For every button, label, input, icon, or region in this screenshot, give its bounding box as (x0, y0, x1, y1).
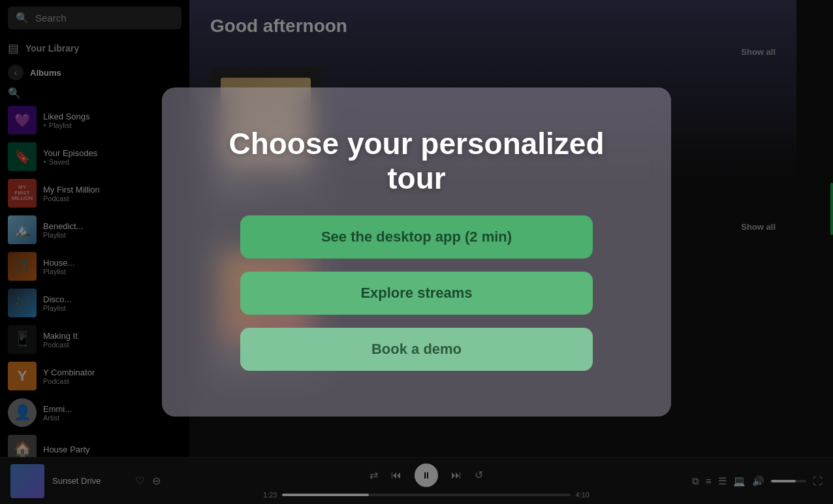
book-demo-button[interactable]: Book a demo (240, 328, 593, 371)
explore-streams-button[interactable]: Explore streams (240, 272, 593, 315)
app-container: 🔍 Search ▤ Your Library ‹ Albums 🔍 💜 Lik… (0, 0, 833, 504)
modal-overlay: Choose your personalized tour See the de… (0, 0, 833, 504)
desktop-app-button[interactable]: See the desktop app (2 min) (240, 215, 593, 259)
modal-title: Choose your personalized tour (214, 127, 619, 196)
modal-dialog: Choose your personalized tour See the de… (162, 87, 671, 417)
